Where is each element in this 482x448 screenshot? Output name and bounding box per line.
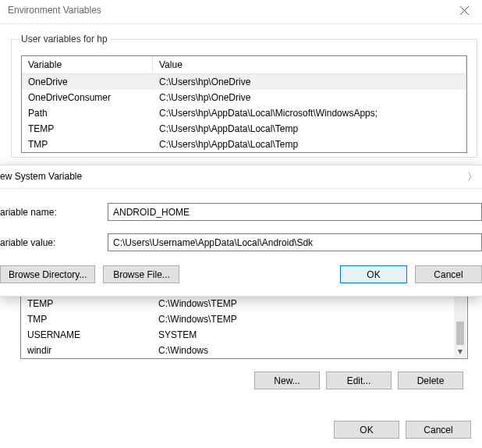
variable-value-label: ariable value: xyxy=(0,237,108,248)
table-row[interactable]: OneDriveC:\Users\hp\OneDrive xyxy=(22,74,466,90)
cancel-button[interactable]: Cancel xyxy=(406,421,471,439)
dialog-ok-button[interactable]: OK xyxy=(340,265,407,283)
system-variables-group: PSModulePath%ProgramFiles%\WindowsPowerS… xyxy=(11,280,477,396)
table-row[interactable]: TMPC:\Users\hp\AppData\Local\Temp xyxy=(22,137,466,152)
variable-name-cell: Path xyxy=(22,105,153,121)
variable-name-cell: OneDriveConsumer xyxy=(22,90,153,105)
variable-name-cell: TEMP xyxy=(22,121,153,137)
new-button[interactable]: New... xyxy=(254,372,320,389)
browse-directory-button[interactable]: Browse Directory... xyxy=(0,265,95,283)
table-row[interactable]: TEMPC:\Windows\TEMP xyxy=(21,296,454,311)
scroll-thumb[interactable] xyxy=(456,322,464,345)
system-vars-buttons: New... Edit... Delete xyxy=(11,359,477,396)
dialog-cancel-button[interactable]: Cancel xyxy=(415,265,482,283)
variable-value-cell: C:\Windows xyxy=(152,343,454,358)
variable-name-cell: windir xyxy=(21,343,152,358)
table-row[interactable]: windirC:\Windows xyxy=(21,343,454,358)
table-row[interactable]: OneDriveConsumerC:\Users\hp\OneDrive xyxy=(22,90,466,105)
variable-name-label: ariable name: xyxy=(0,207,108,218)
variable-name-cell: USERNAME xyxy=(21,327,152,343)
variable-value-row: ariable value: xyxy=(0,233,482,251)
delete-button[interactable]: Delete xyxy=(398,372,463,389)
variable-value-cell: SYSTEM xyxy=(152,327,454,343)
dialog-title: ew System Variable xyxy=(0,171,82,182)
dialog-titlebar: ew System Variable 〉 xyxy=(0,165,482,189)
variable-value-input[interactable] xyxy=(108,233,482,251)
variable-name-input[interactable] xyxy=(108,203,482,221)
column-value[interactable]: Value xyxy=(153,56,466,73)
dialog-button-row: Browse Directory... Browse File... OK Ca… xyxy=(0,264,482,288)
window-close-button[interactable] xyxy=(447,0,482,23)
user-vars-table[interactable]: Variable Value OneDriveC:\Users\hp\OneDr… xyxy=(21,55,467,153)
dialog-body: ariable name: ariable value: Browse Dire… xyxy=(0,189,482,296)
user-vars-legend: User variables for hp xyxy=(18,34,111,44)
close-icon xyxy=(460,6,469,17)
user-vars-header[interactable]: Variable Value xyxy=(22,56,466,74)
window-title: Environment Variables xyxy=(8,5,101,16)
table-row[interactable]: TMPC:\Windows\TEMP xyxy=(21,311,454,327)
variable-value-cell: C:\Windows\TEMP xyxy=(152,311,454,327)
variable-name-cell: TMP xyxy=(22,137,153,152)
table-row[interactable]: USERNAMESYSTEM xyxy=(21,327,454,343)
variable-value-cell: C:\Users\hp\AppData\Local\Temp xyxy=(153,137,466,152)
variable-name-cell: OneDrive xyxy=(22,74,153,90)
window-titlebar: Environment Variables xyxy=(0,0,482,23)
variable-value-cell: C:\Users\hp\OneDrive xyxy=(153,90,466,105)
scroll-down-icon[interactable]: ▾ xyxy=(454,345,466,357)
variable-value-cell: C:\Windows\TEMP xyxy=(152,296,454,311)
variable-name-cell: TEMP xyxy=(21,296,152,311)
dialog-commit-buttons: OK Cancel xyxy=(334,421,471,439)
variable-name-cell: TMP xyxy=(21,311,152,327)
table-row[interactable]: TEMPC:\Users\hp\AppData\Local\Temp xyxy=(22,121,466,137)
chevron-right-icon: 〉 xyxy=(467,170,477,184)
ok-button[interactable]: OK xyxy=(334,421,399,439)
browse-file-button[interactable]: Browse File... xyxy=(103,265,179,283)
variable-name-row: ariable name: xyxy=(0,203,482,221)
variable-value-cell: C:\Users\hp\AppData\Local\Microsoft\Wind… xyxy=(153,105,466,121)
table-row[interactable]: PathC:\Users\hp\AppData\Local\Microsoft\… xyxy=(22,105,466,121)
edit-button[interactable]: Edit... xyxy=(326,372,392,389)
titlebar-separator xyxy=(0,23,482,24)
user-variables-group: User variables for hp Variable Value One… xyxy=(11,39,477,158)
variable-value-cell: C:\Users\hp\AppData\Local\Temp xyxy=(153,121,466,137)
new-system-variable-dialog: ew System Variable 〉 ariable name: ariab… xyxy=(0,165,482,297)
variable-value-cell: C:\Users\hp\OneDrive xyxy=(153,74,466,90)
column-variable[interactable]: Variable xyxy=(22,56,153,73)
